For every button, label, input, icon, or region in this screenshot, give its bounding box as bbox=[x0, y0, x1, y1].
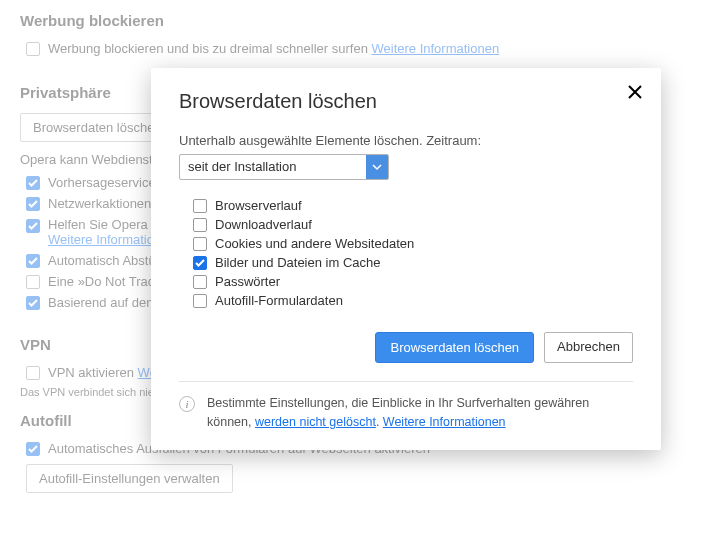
time-range-select[interactable]: seit der Installation bbox=[179, 154, 389, 180]
opt-passwords-label: Passwörter bbox=[215, 274, 280, 289]
dialog-footer-text: Bestimmte Einstellungen, die Einblicke i… bbox=[207, 394, 633, 432]
chevron-down-icon bbox=[366, 155, 388, 179]
opt-downloads-label: Downloadverlauf bbox=[215, 217, 312, 232]
opt-cache-label: Bilder und Dateien im Cache bbox=[215, 255, 380, 270]
clear-data-dialog: Browserdaten löschen Unterhalb ausgewähl… bbox=[151, 68, 661, 450]
opt-downloads-checkbox[interactable] bbox=[193, 218, 207, 232]
opt-cookies-label: Cookies und andere Websitedaten bbox=[215, 236, 414, 251]
info-icon: i bbox=[179, 396, 195, 412]
opt-cache-checkbox[interactable] bbox=[193, 256, 207, 270]
opt-autofill-label: Autofill-Formulardaten bbox=[215, 293, 343, 308]
footer-not-deleted-link[interactable]: werden nicht gelöscht bbox=[255, 415, 376, 429]
opt-history-label: Browserverlauf bbox=[215, 198, 302, 213]
close-icon[interactable] bbox=[627, 84, 643, 103]
opt-history-checkbox[interactable] bbox=[193, 199, 207, 213]
footer-more-link[interactable]: Weitere Informationen bbox=[383, 415, 506, 429]
opt-cookies-checkbox[interactable] bbox=[193, 237, 207, 251]
dialog-clear-button[interactable]: Browserdaten löschen bbox=[375, 332, 534, 363]
dialog-cancel-button[interactable]: Abbrechen bbox=[544, 332, 633, 363]
opt-autofill-checkbox[interactable] bbox=[193, 294, 207, 308]
opt-passwords-checkbox[interactable] bbox=[193, 275, 207, 289]
time-range-value: seit der Installation bbox=[180, 155, 366, 179]
dialog-title: Browserdaten löschen bbox=[179, 90, 633, 113]
dialog-range-label: Unterhalb ausgewählte Elemente löschen. … bbox=[179, 133, 633, 148]
